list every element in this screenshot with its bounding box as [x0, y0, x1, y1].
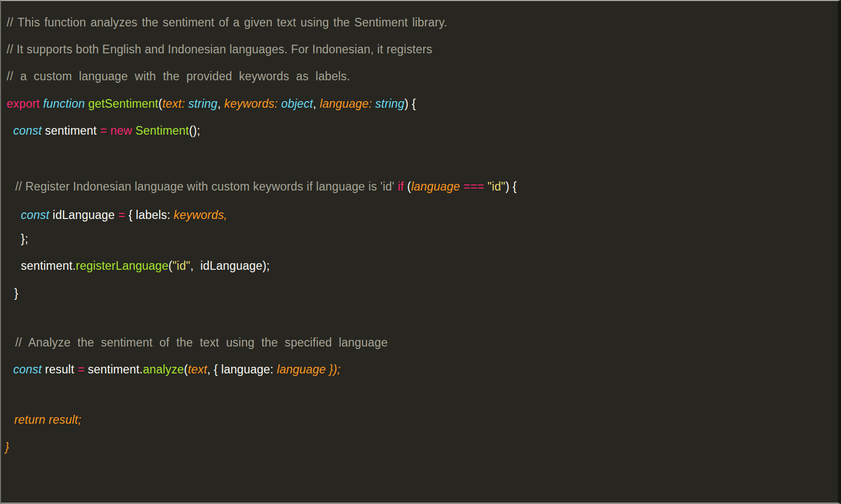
- code-token: getSentiment: [88, 97, 158, 110]
- comment-line-3: // a custom language with the provided k…: [7, 69, 350, 83]
- return-line: return result;: [14, 413, 81, 427]
- comment-line-2: // It supports both English and Indonesi…: [7, 42, 432, 56]
- code-token: text: [188, 363, 207, 376]
- code-token: };: [21, 232, 28, 245]
- code-token: { labels:: [129, 208, 174, 222]
- object-close-line: };: [21, 232, 28, 246]
- code-token: // This function analyzes the sentiment …: [7, 16, 447, 29]
- const-result-line: const result = sentiment.analyze(text, {…: [13, 362, 341, 376]
- code-token: ===: [463, 180, 488, 193]
- code-token: sentiment.: [21, 259, 76, 272]
- code-token: object: [281, 97, 313, 110]
- if-close-line: }: [14, 286, 18, 300]
- code-token: analyze: [143, 363, 184, 376]
- code-token: language: [411, 180, 464, 193]
- const-idlanguage-line: const idLanguage = { labels: keywords,: [21, 208, 227, 222]
- code-token: ) {: [505, 180, 517, 193]
- code-token: string: [375, 97, 404, 110]
- code-area: // This function analyzes the sentiment …: [1, 1, 838, 502]
- code-token: function: [43, 97, 88, 110]
- code-token: (: [184, 363, 188, 376]
- code-token: language: [277, 363, 329, 376]
- const-sentiment-line: const sentiment = new Sentiment();: [13, 123, 200, 138]
- code-token: const: [13, 124, 45, 137]
- code-token: , idLanguage);: [190, 259, 269, 272]
- comment-line-1: // This function analyzes the sentiment …: [7, 15, 447, 29]
- code-token: text:: [162, 97, 188, 110]
- code-token: "id": [488, 180, 505, 193]
- function-declaration-line: export function getSentiment(text: strin…: [7, 97, 416, 111]
- code-token: string: [188, 97, 217, 110]
- register-language-call-line: sentiment.registerLanguage("id", idLangu…: [21, 259, 270, 273]
- code-token: language:: [320, 97, 375, 110]
- code-token: // Register Indonesian language with cus…: [15, 180, 398, 193]
- code-token: (: [407, 180, 411, 193]
- code-token: registerLanguage: [76, 259, 168, 272]
- code-token: =: [118, 208, 128, 222]
- code-token: // It supports both English and Indonesi…: [7, 43, 432, 56]
- code-token: Sentiment: [135, 124, 189, 137]
- code-token: =: [78, 363, 88, 376]
- code-token: if: [398, 180, 407, 193]
- code-token: }: [14, 287, 18, 300]
- code-token: idLanguage: [53, 208, 118, 222]
- code-token: ,: [218, 97, 224, 110]
- code-token: // a custom language with the provided k…: [7, 70, 350, 83]
- code-token: ) {: [405, 97, 416, 110]
- code-token: keywords,: [174, 208, 227, 222]
- code-token: // Analyze the sentiment of the text usi…: [15, 336, 388, 349]
- register-comment-if-line: // Register Indonesian language with cus…: [15, 179, 517, 194]
- code-token: ,: [313, 97, 319, 110]
- analyze-comment-line: // Analyze the sentiment of the text usi…: [15, 335, 388, 350]
- code-token: sentiment.: [88, 363, 143, 376]
- code-token: return result;: [14, 413, 81, 426]
- code-token: const: [13, 363, 45, 376]
- code-token: const: [21, 208, 53, 222]
- code-token: });: [329, 363, 340, 376]
- code-token: export: [7, 97, 43, 110]
- code-token: "id": [172, 259, 190, 272]
- code-token: sentiment: [45, 124, 100, 137]
- code-token: keywords:: [224, 97, 281, 110]
- function-close-line: }: [5, 440, 9, 454]
- code-token: , { language:: [207, 363, 277, 376]
- code-token: }: [5, 440, 9, 454]
- code-token: ();: [189, 124, 200, 137]
- code-token: result: [45, 363, 78, 376]
- code-token: = new: [100, 124, 136, 137]
- code-editor: // This function analyzes the sentiment …: [0, 0, 841, 504]
